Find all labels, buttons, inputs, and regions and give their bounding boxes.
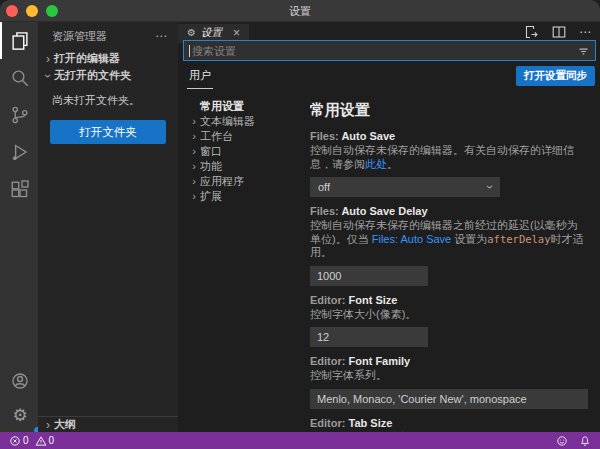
setting-item: Files: Auto Save Delay控制自动保存未保存的编辑器之前经过的… [310, 205, 588, 286]
chevron-right-icon: › [188, 176, 200, 187]
window-title: 设置 [0, 0, 600, 22]
error-count: 0 [23, 435, 29, 446]
setting-link[interactable]: Files: Auto Save [372, 233, 452, 245]
no-folder-section[interactable]: › 无打开的文件夹 [38, 67, 178, 84]
setting-description: 控制字体大小(像素)。 [310, 308, 588, 322]
setting-input[interactable] [310, 266, 428, 286]
setting-name: Auto Save [341, 130, 395, 142]
setting-category: Editor: [310, 417, 349, 429]
outline-section[interactable]: › 大纲 [38, 416, 178, 432]
title-bar: 设置 [0, 0, 600, 22]
desc-segment: afterDelay [487, 233, 550, 245]
toc-item[interactable]: ›常用设置 [184, 99, 310, 114]
desc-segment: 控制字体大小(像素)。 [310, 308, 416, 320]
toc-item[interactable]: ›工作台 [184, 129, 310, 144]
no-folder-message: 尚未打开文件夹。 [38, 84, 178, 114]
sidebar-title: 资源管理器 [52, 29, 107, 44]
setting-description: 控制自动保存未保存的编辑器。有关自动保存的详细信息，请参阅此处。 [310, 144, 588, 171]
setting-description: 控制字体系列。 [310, 369, 588, 383]
activity-extensions-button[interactable] [0, 170, 38, 207]
setting-name: Font Size [349, 294, 398, 306]
toc-item[interactable]: ›应用程序 [184, 174, 310, 189]
extensions-icon [10, 179, 30, 199]
settings-toc-tree: ›常用设置›文本编辑器›工作台›窗口›功能›应用程序›扩展 [184, 90, 310, 432]
setting-input[interactable] [310, 389, 588, 409]
setting-name: Font Family [349, 355, 411, 367]
tab-label: 设置 [201, 26, 222, 40]
split-editor-icon[interactable] [551, 24, 567, 40]
editor-area: ⚙ 设置 × ⋯ 用户 打开设置 [178, 22, 600, 432]
status-bar: 0 0 [0, 432, 600, 449]
dropdown-value: off [318, 181, 330, 193]
setting-item: Editor: Tab Size一个制表符等于的空格数。在 Editor: De… [310, 417, 588, 433]
tab-bar: ⚙ 设置 × ⋯ [178, 22, 600, 41]
source-control-icon [10, 105, 30, 125]
desc-segment: 。 [387, 158, 398, 170]
tab-user-settings[interactable]: 用户 [187, 68, 213, 89]
settings-scope-row: 用户 打开设置同步 [178, 66, 600, 90]
chevron-right-icon: › [42, 419, 54, 431]
error-icon [9, 435, 21, 447]
chevron-right-icon: › [188, 191, 200, 202]
activity-bar: ⚙ [0, 22, 38, 432]
activity-source-control-button[interactable] [0, 96, 38, 133]
turn-on-settings-sync-button[interactable]: 打开设置同步 [516, 66, 595, 86]
setting-title: Editor: Font Family [310, 355, 588, 367]
setting-title: Editor: Font Size [310, 294, 588, 306]
setting-title: Files: Auto Save [310, 130, 588, 142]
settings-content: 常用设置 Files: Auto Save控制自动保存未保存的编辑器。有关自动保… [310, 90, 600, 432]
warning-count: 0 [49, 435, 55, 446]
setting-name: Tab Size [349, 417, 393, 429]
open-editors-section[interactable]: › 打开的编辑器 [38, 50, 178, 67]
settings-group-heading: 常用设置 [310, 101, 588, 120]
toc-item-label: 文本编辑器 [200, 114, 255, 129]
chevron-right-icon: › [188, 116, 200, 127]
toc-item-label: 应用程序 [200, 174, 244, 189]
filter-icon[interactable] [577, 45, 590, 58]
setting-category: Files: [310, 130, 341, 142]
account-icon [10, 371, 30, 391]
search-icon [10, 68, 30, 88]
setting-input[interactable] [310, 327, 428, 347]
chevron-right-icon: › [188, 131, 200, 142]
setting-dropdown[interactable]: off› [310, 177, 500, 197]
open-settings-json-icon[interactable] [523, 24, 539, 40]
toc-item[interactable]: ›窗口 [184, 144, 310, 159]
setting-title: Editor: Tab Size [310, 417, 588, 429]
notifications-bell-icon[interactable] [579, 435, 591, 447]
setting-title: Files: Auto Save Delay [310, 205, 588, 217]
text-caret [189, 45, 190, 57]
activity-run-debug-button[interactable] [0, 133, 38, 170]
toc-item[interactable]: ›扩展 [184, 189, 310, 204]
close-icon[interactable]: × [233, 26, 240, 40]
open-editors-label: 打开的编辑器 [54, 51, 120, 66]
setting-item: Editor: Font Family控制字体系列。 [310, 355, 588, 409]
activity-explorer-button[interactable] [0, 22, 38, 59]
settings-search-input[interactable] [184, 42, 595, 61]
more-actions-icon[interactable]: ⋯ [579, 25, 592, 39]
setting-description: 控制自动保存未保存的编辑器之前经过的延迟(以毫秒为单位)。仅当 Files: A… [310, 219, 588, 260]
toc-item[interactable]: ›功能 [184, 159, 310, 174]
toc-item[interactable]: ›文本编辑器 [184, 114, 310, 129]
no-folder-label: 无打开的文件夹 [54, 68, 131, 83]
gear-icon: ⚙ [12, 407, 27, 424]
setting-category: Editor: [310, 355, 349, 367]
toc-item-label: 工作台 [200, 129, 233, 144]
manage-gear-button[interactable]: ⚙ [0, 398, 38, 432]
sidebar-explorer: 资源管理器 ⋯ › 打开的编辑器 › 无打开的文件夹 尚未打开文件夹。 打开文件… [38, 22, 178, 432]
problems-status[interactable]: 0 0 [9, 435, 54, 447]
toc-item-label: 扩展 [200, 189, 222, 204]
open-folder-button[interactable]: 打开文件夹 [50, 120, 166, 144]
feedback-icon[interactable] [556, 435, 568, 447]
chevron-right-icon: › [42, 53, 54, 65]
files-icon [10, 31, 30, 51]
sidebar-more-actions-icon[interactable]: ⋯ [155, 29, 168, 43]
toc-item-label: 功能 [200, 159, 222, 174]
chevron-right-icon: › [188, 146, 200, 157]
settings-editor: ›常用设置›文本编辑器›工作台›窗口›功能›应用程序›扩展 常用设置 Files… [184, 90, 600, 432]
setting-link[interactable]: 此处 [365, 158, 387, 170]
setting-category: Files: [310, 205, 341, 217]
activity-search-button[interactable] [0, 59, 38, 96]
settings-search-box [183, 40, 596, 61]
account-button[interactable] [0, 364, 38, 398]
